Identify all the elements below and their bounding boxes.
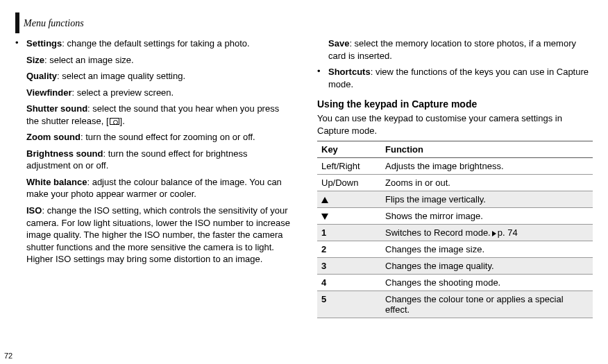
sub-quality: Quality: select an image quality setting… bbox=[26, 70, 291, 83]
cell-key: 4 bbox=[317, 275, 381, 291]
triangle-right-icon bbox=[492, 231, 496, 236]
section-title: Menu functions bbox=[24, 12, 84, 29]
table-header-row: Key Function bbox=[317, 141, 593, 158]
cell-key bbox=[317, 208, 381, 225]
settings-label: Settings bbox=[26, 38, 62, 49]
sub-wb-label: White balance bbox=[26, 177, 87, 187]
bullet-shortcuts: • Shortcuts: view the functions of the k… bbox=[317, 66, 593, 94]
bullet-settings: • Settings: change the default settings … bbox=[15, 37, 291, 54]
cell-key bbox=[317, 191, 381, 208]
cell-fn: Adjusts the image brightness. bbox=[381, 158, 593, 175]
bullet-content: Shortcuts: view the functions of the key… bbox=[328, 66, 593, 94]
cell-fn: Flips the image vertically. bbox=[381, 191, 593, 208]
table-row: Shows the mirror image. bbox=[317, 208, 593, 225]
cell-fn: Switches to Record mode.p. 74 bbox=[381, 225, 593, 241]
bullet-content: Settings: change the default settings fo… bbox=[26, 37, 291, 54]
cell-key: 2 bbox=[317, 241, 381, 258]
sub-size-desc: : select an image size. bbox=[44, 55, 134, 65]
settings-sub-items: Size: select an image size. Quality: sel… bbox=[26, 54, 291, 266]
cell-fn: Shows the mirror image. bbox=[381, 208, 593, 225]
sub-size: Size: select an image size. bbox=[26, 54, 291, 67]
table-row: 4Changes the shooting mode. bbox=[317, 275, 593, 291]
table-body: Left/RightAdjusts the image brightness. … bbox=[317, 158, 593, 318]
sub-white-balance: White balance: adjust the colour balance… bbox=[26, 176, 291, 200]
sub-save-label: Save bbox=[328, 38, 349, 49]
table-row: 2Changes the image size. bbox=[317, 241, 593, 258]
cell-key: Left/Right bbox=[317, 158, 381, 175]
sub-iso-label: ISO bbox=[26, 205, 42, 216]
cell-fn: Changes the colour tone or applies a spe… bbox=[381, 291, 593, 318]
shortcuts-line: Shortcuts: view the functions of the key… bbox=[328, 66, 593, 90]
table-row: Left/RightAdjusts the image brightness. bbox=[317, 158, 593, 175]
sub-shutter-label: Shutter sound bbox=[26, 103, 87, 114]
table-row: Up/DownZooms in or out. bbox=[317, 175, 593, 191]
sub-viewfinder-desc: : select a preview screen. bbox=[72, 87, 174, 98]
settings-desc: : change the default settings for taking… bbox=[62, 38, 249, 49]
bullet-icon: • bbox=[317, 66, 328, 94]
sub-zoom-sound: Zoom sound: turn the sound effect for zo… bbox=[26, 131, 291, 144]
page: Menu functions • Settings: change the de… bbox=[0, 0, 608, 364]
sub-save: Save: select the memory location to stor… bbox=[328, 37, 593, 62]
cell-key: 1 bbox=[317, 225, 381, 241]
page-number: 72 bbox=[4, 352, 12, 360]
sub-zoom-desc: : turn the sound effect for zooming on o… bbox=[81, 132, 255, 142]
subsection-intro: You can use the keypad to customise your… bbox=[317, 112, 593, 137]
keypad-table: Key Function Left/RightAdjusts the image… bbox=[317, 141, 593, 318]
bullet-icon: • bbox=[15, 37, 26, 54]
sub-save-desc: : select the memory location to store ph… bbox=[328, 38, 576, 61]
sub-zoom-label: Zoom sound bbox=[26, 132, 81, 142]
th-key: Key bbox=[317, 141, 381, 158]
sub-iso: ISO: change the ISO setting, which contr… bbox=[26, 205, 291, 266]
sub-quality-label: Quality bbox=[26, 71, 57, 81]
cell-key: Up/Down bbox=[317, 175, 381, 191]
cell-fn: Changes the shooting mode. bbox=[381, 275, 593, 291]
subsection-heading: Using the keypad in Capture mode bbox=[317, 98, 593, 110]
shortcuts-label: Shortcuts bbox=[328, 67, 371, 77]
cell-key: 5 bbox=[317, 291, 381, 318]
page-header: Menu functions bbox=[15, 12, 593, 33]
th-function: Function bbox=[381, 141, 593, 158]
table-row: Flips the image vertically. bbox=[317, 191, 593, 208]
two-column-layout: • Settings: change the default settings … bbox=[15, 37, 593, 318]
left-column: • Settings: change the default settings … bbox=[15, 37, 291, 318]
table-row: 3Changes the image quality. bbox=[317, 258, 593, 275]
camera-icon bbox=[110, 118, 119, 125]
sub-shutter-sound: Shutter sound: select the sound that you… bbox=[26, 103, 291, 127]
cell-fn: Zooms in or out. bbox=[381, 175, 593, 191]
sub-viewfinder-label: Viewfinder bbox=[26, 87, 72, 98]
triangle-up-icon bbox=[321, 197, 328, 203]
sub-brightness-label: Brightness sound bbox=[26, 148, 103, 159]
save-block: Save: select the memory location to stor… bbox=[328, 37, 593, 62]
cell-key: 3 bbox=[317, 258, 381, 275]
sub-viewfinder: Viewfinder: select a preview screen. bbox=[26, 87, 291, 99]
cell-fn-text: Switches to Record mode. bbox=[385, 227, 491, 238]
sub-size-label: Size bbox=[26, 55, 44, 65]
sub-brightness-sound: Brightness sound: turn the sound effect … bbox=[26, 148, 291, 172]
sub-iso-desc: : change the ISO setting, which controls… bbox=[26, 205, 290, 264]
sub-quality-desc: : select an image quality setting. bbox=[57, 71, 185, 81]
sub-shutter-after: ]. bbox=[120, 116, 125, 126]
header-accent-bar bbox=[15, 12, 19, 33]
page-ref: p. 74 bbox=[498, 227, 518, 238]
right-column: Save: select the memory location to stor… bbox=[317, 37, 593, 318]
cell-fn: Changes the image size. bbox=[381, 241, 593, 258]
table-row: 1Switches to Record mode.p. 74 bbox=[317, 225, 593, 241]
settings-line: Settings: change the default settings fo… bbox=[26, 37, 291, 50]
triangle-down-icon bbox=[321, 214, 328, 220]
table-row: 5Changes the colour tone or applies a sp… bbox=[317, 291, 593, 318]
cell-fn: Changes the image quality. bbox=[381, 258, 593, 275]
